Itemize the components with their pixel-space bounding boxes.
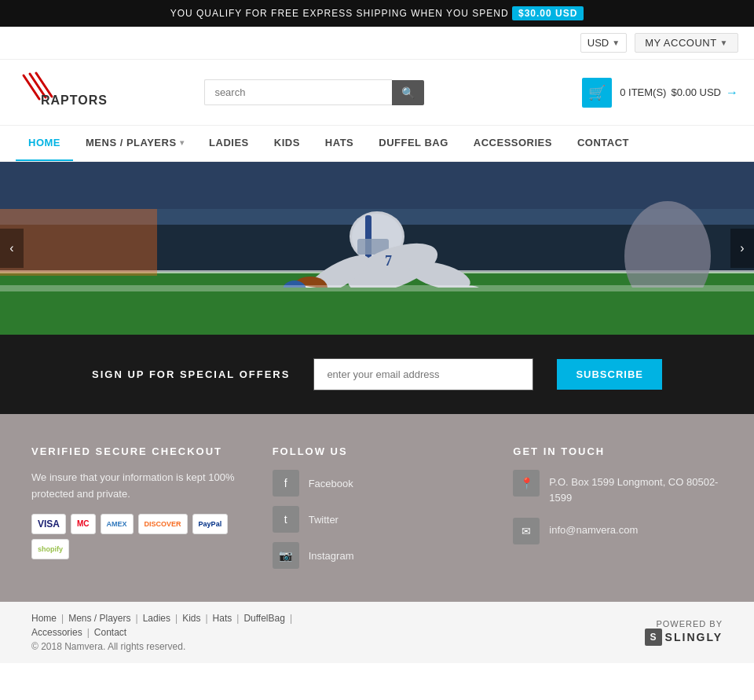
footer-link-contact[interactable]: Contact — [94, 627, 126, 638]
nav-list: HOMEMENS / PLAYERS▾LADIESKIDSHATSDUFFEL … — [16, 126, 738, 161]
nav-link-accessories[interactable]: ACCESSORIES — [461, 126, 565, 159]
footer-links-row2: Accessories | Contact — [31, 627, 295, 638]
contact-email: info@namvera.com — [549, 518, 638, 538]
nav-item-contact: CONTACT — [565, 126, 642, 161]
location-icon: 📍 — [513, 470, 540, 497]
svg-text:7: 7 — [385, 253, 392, 269]
nav-label: KIDS — [274, 137, 300, 148]
header: RAPTORS 🔍 🛒 0 ITEM(S) $0.00 USD → — [0, 60, 754, 125]
nav-link-mens--players[interactable]: MENS / PLAYERS▾ — [73, 126, 196, 159]
nav-item-duffel-bag: DUFFEL BAG — [366, 126, 461, 161]
footer-contact: GET IN TOUCH 📍 P.O. Box 1599 Longmont, C… — [513, 445, 723, 578]
footer-grid: VERIFIED SECURE CHECKOUT We insure that … — [31, 445, 723, 578]
follow-us-title: FOLLOW US — [273, 445, 482, 457]
twitter-link[interactable]: t Twitter — [273, 506, 482, 533]
nav-item-kids: KIDS — [262, 126, 313, 161]
nav-label: HATS — [325, 137, 353, 148]
twitter-label: Twitter — [309, 514, 339, 526]
powered-by-label: POWERED BY — [656, 619, 723, 629]
top-banner: YOU QUALIFY FOR FREE EXPRESS SHIPPING WH… — [0, 0, 754, 27]
cart-icon-box[interactable]: 🛒 — [582, 78, 612, 108]
slingly-s-icon: S — [645, 629, 662, 646]
nav-link-duffel-bag[interactable]: DUFFEL BAG — [366, 126, 461, 159]
svg-point-18 — [283, 280, 306, 299]
footer-link-ladies[interactable]: Ladies — [143, 613, 170, 624]
nav-label: ACCESSORIES — [474, 137, 552, 148]
newsletter-section: SIGN UP FOR SPECIAL OFFERS SUBSCRIBE — [0, 335, 754, 414]
svg-point-21 — [442, 283, 484, 308]
svg-point-16 — [293, 277, 328, 299]
nav-item-ladies: LADIES — [196, 126, 262, 161]
footer-link-mens-players[interactable]: Mens / Players — [68, 613, 130, 624]
instagram-link[interactable]: 📷 Instagram — [273, 542, 482, 569]
hero-slider: 7 ‹ › — [0, 162, 754, 335]
contact-email-item: ✉ info@namvera.com — [513, 518, 723, 544]
slingly-brand: SLINGLY — [665, 631, 723, 643]
footer-link-home[interactable]: Home — [31, 613, 57, 624]
paypal-icon: PayPal — [192, 514, 229, 534]
newsletter-email-input[interactable] — [313, 358, 533, 390]
search-input[interactable] — [204, 79, 392, 105]
cart-arrow-icon: → — [726, 86, 738, 100]
svg-rect-9 — [0, 209, 157, 276]
slingly-logo: S SLINGLY — [645, 629, 723, 646]
secure-checkout-title: VERIFIED SECURE CHECKOUT — [31, 445, 241, 457]
logo-area[interactable]: RAPTORS — [16, 71, 118, 113]
facebook-link[interactable]: f Facebook — [273, 470, 482, 497]
nav-link-hats[interactable]: HATS — [313, 126, 366, 159]
svg-point-22 — [624, 201, 711, 311]
subscribe-button[interactable]: SUBSCRIBE — [557, 359, 662, 390]
currency-selector[interactable]: USD ▼ — [580, 33, 627, 53]
search-icon: 🔍 — [401, 86, 415, 99]
account-chevron-icon: ▼ — [720, 38, 728, 47]
currency-chevron-icon: ▼ — [612, 38, 620, 47]
nav-link-kids[interactable]: KIDS — [262, 126, 313, 159]
nav-item-home: HOME — [16, 126, 73, 161]
nav-label: CONTACT — [577, 137, 629, 148]
cart-icon: 🛒 — [588, 84, 606, 101]
dropdown-arrow-icon: ▾ — [180, 138, 185, 147]
logo-image: RAPTORS — [16, 71, 118, 111]
email-icon: ✉ — [513, 518, 540, 544]
footer-links-row1: Home | Mens / Players | Ladies | Kids | … — [31, 613, 295, 624]
nav-link-home[interactable]: HOME — [16, 126, 73, 161]
hero-background: 7 — [0, 162, 754, 335]
search-button[interactable]: 🔍 — [392, 80, 424, 105]
facebook-label: Facebook — [309, 478, 353, 489]
cart-items-count: 0 ITEM(S) — [620, 86, 666, 98]
footer-links-area: Home | Mens / Players | Ladies | Kids | … — [31, 613, 295, 652]
nav-link-contact[interactable]: CONTACT — [565, 126, 642, 159]
visa-icon: VISA — [31, 514, 66, 534]
cart-amount: $0.00 USD — [671, 86, 721, 98]
newsletter-label: SIGN UP FOR SPECIAL OFFERS — [92, 368, 290, 380]
contact-title: GET IN TOUCH — [513, 445, 723, 457]
hero-image: 7 — [0, 162, 754, 335]
footer-link-duffelbag[interactable]: DuffelBag — [243, 613, 284, 624]
currency-label: USD — [587, 37, 609, 49]
contact-address-item: 📍 P.O. Box 1599 Longmont, CO 80502-1599 — [513, 470, 723, 505]
twitter-icon: t — [273, 506, 299, 533]
footer-powered-by: POWERED BY S SLINGLY — [645, 619, 723, 646]
footer-link-hats[interactable]: Hats — [213, 613, 232, 624]
nav-item-accessories: ACCESSORIES — [461, 126, 565, 161]
nav-label: HOME — [28, 137, 60, 148]
top-bar: USD ▼ MY ACCOUNT ▼ — [0, 27, 754, 60]
slider-next-button[interactable]: › — [730, 229, 754, 268]
facebook-icon: f — [273, 470, 299, 497]
nav-label: LADIES — [209, 137, 249, 148]
footer-link-kids[interactable]: Kids — [182, 613, 200, 624]
svg-text:RAPTORS: RAPTORS — [41, 93, 108, 107]
footer-link-accessories[interactable]: Accessories — [31, 627, 82, 638]
cart-info[interactable]: 0 ITEM(S) $0.00 USD → — [620, 86, 738, 100]
footer-bottom: Home | Mens / Players | Ladies | Kids | … — [0, 602, 754, 663]
cart-area: 🛒 0 ITEM(S) $0.00 USD → — [582, 78, 738, 108]
account-label: MY ACCOUNT — [645, 37, 716, 49]
slider-prev-button[interactable]: ‹ — [0, 229, 24, 268]
footer-copyright: © 2018 Namvera. All rights reserved. — [31, 641, 295, 652]
footer-main: VERIFIED SECURE CHECKOUT We insure that … — [0, 414, 754, 602]
nav-label: DUFFEL BAG — [379, 137, 448, 148]
my-account-button[interactable]: MY ACCOUNT ▼ — [635, 33, 738, 53]
footer-follow-us: FOLLOW US f Facebook t Twitter 📷 Instagr… — [273, 445, 482, 578]
footer-secure-checkout: VERIFIED SECURE CHECKOUT We insure that … — [31, 445, 241, 578]
nav-link-ladies[interactable]: LADIES — [196, 126, 262, 159]
